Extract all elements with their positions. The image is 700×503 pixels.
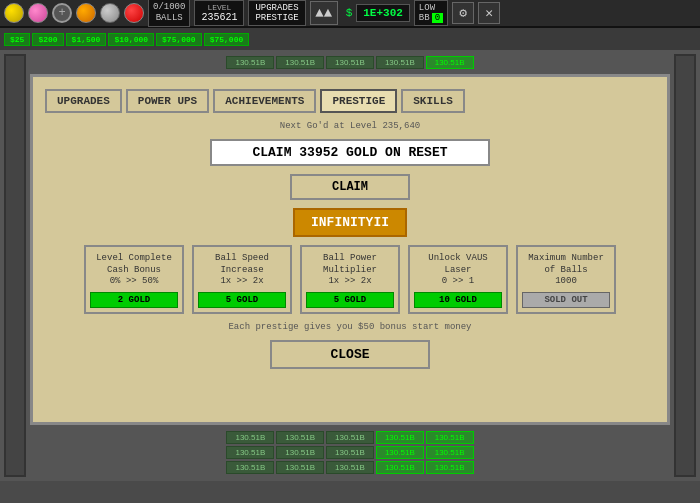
btab-r1-3[interactable]: 130.51B (326, 431, 374, 444)
cash-btn-25[interactable]: $25 (4, 33, 30, 46)
upgrade-buy-level-complete[interactable]: 2 GOLD (90, 292, 178, 308)
btab-r1-5[interactable]: 130.51B (426, 431, 474, 444)
upgrades-prestige-display: UPGRADES PRESTIGE (248, 0, 305, 26)
bottom-tabs-area: 130.51B 130.51B 130.51B 130.51B 130.51B … (30, 428, 670, 477)
bottom-tabs-row3: 130.51B 130.51B 130.51B 130.51B 130.51B (36, 461, 664, 474)
dialog-box: UPGRADES POWER UPS ACHIEVEMENTS PRESTIGE… (30, 74, 670, 425)
tab-powerups[interactable]: POWER UPS (126, 89, 209, 113)
level-display: LEVEL 235621 (194, 0, 244, 26)
infinity-button[interactable]: INFINITYII (293, 208, 407, 237)
ball-pink-icon[interactable] (28, 3, 48, 23)
close-settings-icon[interactable]: ✕ (478, 2, 500, 24)
tab-upgrades[interactable]: UPGRADES (45, 89, 122, 113)
tab-prestige[interactable]: PRESTIGE (320, 89, 397, 113)
btab-r3-5[interactable]: 130.51B (426, 461, 474, 474)
btab-r2-5[interactable]: 130.51B (426, 446, 474, 459)
money-display: 1E+302 (356, 4, 410, 22)
btab-r2-4[interactable]: 130.51B (376, 446, 424, 459)
ball-yellow-icon[interactable] (4, 3, 24, 23)
btab-r1-2[interactable]: 130.51B (276, 431, 324, 444)
btab-r3-2[interactable]: 130.51B (276, 461, 324, 474)
cash-btn-200[interactable]: $200 (32, 33, 63, 46)
close-button[interactable]: CLOSE (270, 340, 430, 369)
bottom-tabs-row1: 130.51B 130.51B 130.51B 130.51B 130.51B (36, 431, 664, 444)
upgrade-vaus-laser: Unlock VAUS Laser0 >> 1 10 GOLD (408, 245, 508, 314)
small-tab-3[interactable]: 130.51B (326, 56, 374, 69)
right-panel (674, 54, 696, 477)
upgrade-max-balls: Maximum Number of Balls1000 SOLD OUT (516, 245, 616, 314)
claim-button[interactable]: CLAIM (290, 174, 410, 200)
tab-achievements[interactable]: ACHIEVEMENTS (213, 89, 316, 113)
ball-plus-icon[interactable]: + (52, 3, 72, 23)
tab-skills[interactable]: SKILLS (401, 89, 465, 113)
center-content: 130.51B 130.51B 130.51B 130.51B 130.51B … (30, 54, 670, 477)
cash-btn-75000b[interactable]: $75,000 (204, 33, 250, 46)
upgrades-grid: Level Complete Cash Bonus0% >> 50% 2 GOL… (45, 245, 655, 314)
upgrade-desc-level-complete: Level Complete Cash Bonus0% >> 50% (90, 253, 178, 288)
small-tab-1[interactable]: 130.51B (226, 56, 274, 69)
ball-red-icon[interactable] (124, 3, 144, 23)
btab-r2-3[interactable]: 130.51B (326, 446, 374, 459)
main-area: 130.51B 130.51B 130.51B 130.51B 130.51B … (0, 50, 700, 481)
upgrade-desc-ball-power: Ball Power Multiplier1x >> 2x (306, 253, 394, 288)
small-tab-2[interactable]: 130.51B (276, 56, 324, 69)
btab-r1-1[interactable]: 130.51B (226, 431, 274, 444)
dollar-icon: $ (346, 7, 353, 19)
upgrade-desc-ball-speed: Ball Speed Increase1x >> 2x (198, 253, 286, 288)
low-label: LOW BB 0 (414, 0, 448, 26)
btab-r3-4[interactable]: 130.51B (376, 461, 424, 474)
top-bar: + 0/1000 BALLS LEVEL 235621 UPGRADES PRE… (0, 0, 700, 28)
next-gold-text: Next Go'd at Level 235,640 (280, 121, 420, 131)
cash-buttons-row: $25 $200 $1,500 $10,000 $75,000 $75,000 (0, 28, 700, 50)
btab-r2-2[interactable]: 130.51B (276, 446, 324, 459)
upgrade-buy-vaus-laser[interactable]: 10 GOLD (414, 292, 502, 308)
upgrade-ball-speed: Ball Speed Increase1x >> 2x 5 GOLD (192, 245, 292, 314)
upgrade-buy-max-balls[interactable]: SOLD OUT (522, 292, 610, 308)
upgrade-buy-ball-power[interactable]: 5 GOLD (306, 292, 394, 308)
claim-text: CLAIM 33952 GOLD ON RESET (210, 139, 490, 166)
ball-orange-icon[interactable] (76, 3, 96, 23)
settings-icon[interactable]: ⚙ (452, 2, 474, 24)
bottom-tabs-row2: 130.51B 130.51B 130.51B 130.51B 130.51B (36, 446, 664, 459)
main-nav-tabs: UPGRADES POWER UPS ACHIEVEMENTS PRESTIGE… (45, 89, 655, 113)
btab-r3-1[interactable]: 130.51B (226, 461, 274, 474)
btab-r3-3[interactable]: 130.51B (326, 461, 374, 474)
left-panel (4, 54, 26, 477)
cash-btn-10000[interactable]: $10,000 (108, 33, 154, 46)
cash-btn-75000a[interactable]: $75,000 (156, 33, 202, 46)
upgrade-level-complete-cash: Level Complete Cash Bonus0% >> 50% 2 GOL… (84, 245, 184, 314)
prestige-arrow-icon[interactable]: ▲▲ (310, 1, 338, 25)
btab-r1-4[interactable]: 130.51B (376, 431, 424, 444)
small-tab-5[interactable]: 130.51B (426, 56, 474, 69)
upgrade-desc-vaus-laser: Unlock VAUS Laser0 >> 1 (414, 253, 502, 288)
small-tab-4[interactable]: 130.51B (376, 56, 424, 69)
upgrade-ball-power: Ball Power Multiplier1x >> 2x 5 GOLD (300, 245, 400, 314)
ball-gray-icon[interactable] (100, 3, 120, 23)
btab-r2-1[interactable]: 130.51B (226, 446, 274, 459)
cash-btn-1500[interactable]: $1,500 (66, 33, 107, 46)
upgrade-buy-ball-speed[interactable]: 5 GOLD (198, 292, 286, 308)
top-tabs-row: 130.51B 130.51B 130.51B 130.51B 130.51B (30, 54, 670, 71)
balls-counter: 0/1000 BALLS (148, 0, 190, 27)
prestige-bonus-text: Each prestige gives you $50 bonus start … (228, 322, 471, 332)
upgrade-desc-max-balls: Maximum Number of Balls1000 (522, 253, 610, 288)
